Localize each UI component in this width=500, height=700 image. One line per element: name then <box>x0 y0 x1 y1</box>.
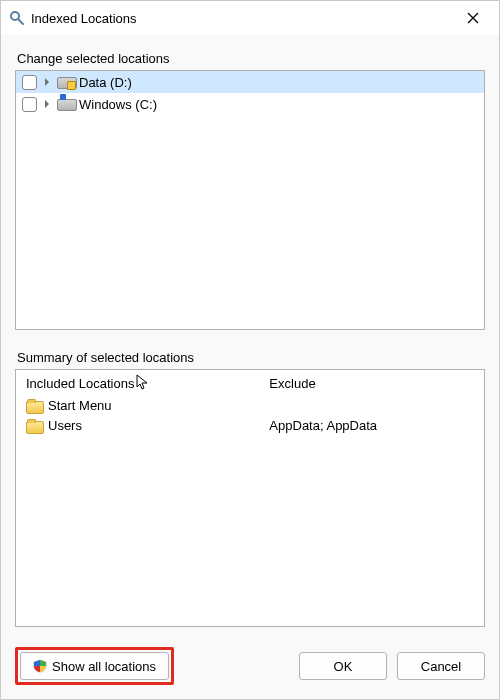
cursor-icon <box>136 374 150 395</box>
chevron-right-icon[interactable] <box>41 98 53 110</box>
folder-icon <box>26 419 42 432</box>
exclude-item <box>269 395 474 415</box>
indexed-locations-dialog: Indexed Locations Change selected locati… <box>0 0 500 700</box>
included-item-label: Users <box>48 418 82 433</box>
titlebar: Indexed Locations <box>1 1 499 35</box>
checkbox[interactable] <box>22 75 37 90</box>
summary-label: Summary of selected locations <box>17 350 485 365</box>
app-icon <box>9 10 25 26</box>
close-icon <box>467 12 479 24</box>
included-item-label: Start Menu <box>48 398 112 413</box>
drive-icon <box>57 97 75 111</box>
folder-icon <box>26 399 42 412</box>
locations-tree[interactable]: Data (D:) Windows (C:) <box>15 70 485 330</box>
show-all-locations-button[interactable]: Show all locations <box>20 652 169 680</box>
exclude-column: Exclude AppData; AppData <box>259 370 484 626</box>
tree-item-label: Windows (C:) <box>79 97 157 112</box>
exclude-item: AppData; AppData <box>269 415 474 435</box>
window-title: Indexed Locations <box>31 11 451 26</box>
ok-button[interactable]: OK <box>299 652 387 680</box>
dialog-content: Change selected locations Data (D:) Wind… <box>1 35 499 637</box>
button-label: Cancel <box>421 659 461 674</box>
shield-icon <box>33 659 47 673</box>
included-item-users[interactable]: Users <box>26 415 249 435</box>
tree-item-label: Data (D:) <box>79 75 132 90</box>
tree-item-data-drive[interactable]: Data (D:) <box>16 71 484 93</box>
included-header: Included Locations <box>26 376 249 391</box>
dialog-buttons: Show all locations OK Cancel <box>1 637 499 699</box>
exclude-text: AppData; AppData <box>269 418 377 433</box>
summary-panel: Included Locations Start Menu Users <box>15 369 485 627</box>
included-item-start-menu[interactable]: Start Menu <box>26 395 249 415</box>
checkbox[interactable] <box>22 97 37 112</box>
exclude-header: Exclude <box>269 376 474 391</box>
svg-line-1 <box>18 19 23 24</box>
tree-item-windows-drive[interactable]: Windows (C:) <box>16 93 484 115</box>
highlight-annotation: Show all locations <box>15 647 174 685</box>
drive-icon <box>57 75 75 89</box>
included-column: Included Locations Start Menu Users <box>16 370 259 626</box>
button-label: Show all locations <box>52 659 156 674</box>
chevron-right-icon[interactable] <box>41 76 53 88</box>
button-label: OK <box>334 659 353 674</box>
change-locations-label: Change selected locations <box>17 51 485 66</box>
close-button[interactable] <box>451 3 495 33</box>
cancel-button[interactable]: Cancel <box>397 652 485 680</box>
